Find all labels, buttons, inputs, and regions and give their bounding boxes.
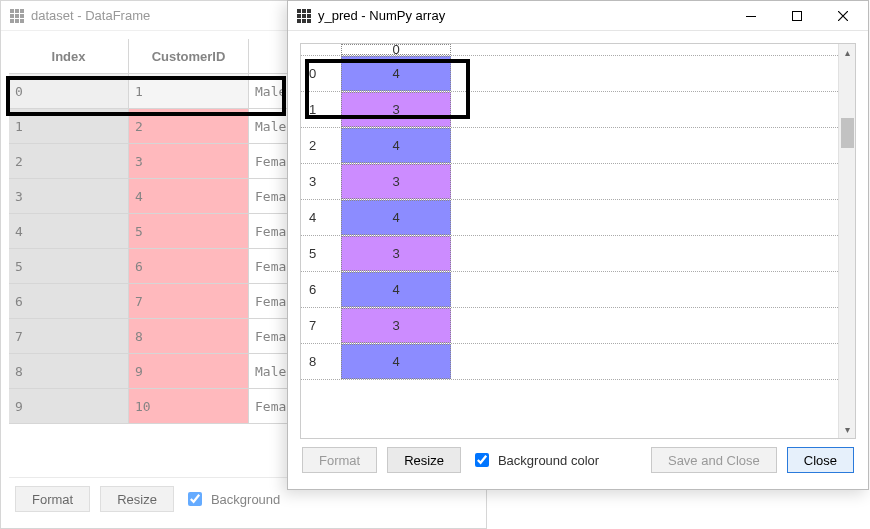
cell-customerid[interactable]: 8 xyxy=(129,319,249,353)
svg-rect-12 xyxy=(297,14,301,18)
cell-customerid[interactable]: 6 xyxy=(129,249,249,283)
cell-index[interactable]: 4 xyxy=(301,200,341,235)
cell-customerid[interactable]: 3 xyxy=(129,144,249,178)
svg-rect-1 xyxy=(15,9,19,13)
table-row[interactable]: 04 xyxy=(301,56,838,92)
save-and-close-button[interactable]: Save and Close xyxy=(651,447,777,473)
cell-index[interactable]: 2 xyxy=(9,144,129,178)
svg-rect-13 xyxy=(302,14,306,18)
svg-rect-3 xyxy=(10,14,14,18)
cell-index[interactable]: 0 xyxy=(301,56,341,91)
svg-rect-0 xyxy=(10,9,14,13)
cell-index[interactable]: 6 xyxy=(301,272,341,307)
scrollbar-thumb[interactable] xyxy=(841,118,854,148)
table-row[interactable]: 33 xyxy=(301,164,838,200)
close-button-footer[interactable]: Close xyxy=(787,447,854,473)
cell-index[interactable]: 9 xyxy=(9,389,129,423)
cell-value[interactable]: 3 xyxy=(341,236,451,271)
cell-customerid[interactable]: 4 xyxy=(129,179,249,213)
cell-index[interactable]: 1 xyxy=(301,92,341,127)
window-ypred: y_pred - NumPy array 0041324334453647384… xyxy=(287,0,869,490)
cell-index[interactable]: 1 xyxy=(9,109,129,143)
svg-rect-9 xyxy=(297,9,301,13)
bgcolor-label: Background color xyxy=(498,453,599,468)
table-row-partial: 0 xyxy=(301,44,838,56)
table-row[interactable]: 44 xyxy=(301,200,838,236)
close-button[interactable] xyxy=(820,1,866,30)
bgcolor-label: Background xyxy=(211,492,280,507)
svg-rect-5 xyxy=(20,14,24,18)
cell-index[interactable]: 3 xyxy=(301,164,341,199)
chevron-down-icon[interactable]: ▾ xyxy=(839,421,856,438)
cell-customerid[interactable]: 10 xyxy=(129,389,249,423)
col-header-customerid[interactable]: CustomerID xyxy=(129,39,249,73)
toolbar: Format Resize Background color Save and … xyxy=(296,439,860,481)
svg-rect-10 xyxy=(302,9,306,13)
cell-customerid[interactable]: 7 xyxy=(129,284,249,318)
cell-index[interactable]: 4 xyxy=(9,214,129,248)
table-row[interactable]: 53 xyxy=(301,236,838,272)
cell-index[interactable]: 2 xyxy=(301,128,341,163)
cell-value[interactable]: 4 xyxy=(341,272,451,307)
format-button[interactable]: Format xyxy=(302,447,377,473)
svg-rect-8 xyxy=(20,19,24,23)
svg-rect-11 xyxy=(307,9,311,13)
cell-value[interactable]: 4 xyxy=(341,128,451,163)
table-row[interactable]: 84 xyxy=(301,344,838,380)
resize-button[interactable]: Resize xyxy=(100,486,174,512)
window-controls xyxy=(728,1,866,30)
chevron-up-icon[interactable]: ▴ xyxy=(839,44,856,61)
cell-index[interactable]: 6 xyxy=(9,284,129,318)
svg-rect-18 xyxy=(746,16,756,17)
cell-index[interactable]: 5 xyxy=(301,236,341,271)
cell-value[interactable]: 3 xyxy=(341,308,451,343)
cell-customerid[interactable]: 5 xyxy=(129,214,249,248)
svg-rect-7 xyxy=(15,19,19,23)
cell-value[interactable]: 3 xyxy=(341,164,451,199)
cell-value[interactable]: 4 xyxy=(341,344,451,379)
table-row[interactable]: 73 xyxy=(301,308,838,344)
cell-value[interactable]: 3 xyxy=(341,92,451,127)
svg-rect-14 xyxy=(307,14,311,18)
window-title: y_pred - NumPy array xyxy=(318,8,722,23)
cell-index[interactable]: 5 xyxy=(9,249,129,283)
minimize-button[interactable] xyxy=(728,1,774,30)
bgcolor-checkbox[interactable]: Background color xyxy=(471,450,599,470)
bgcolor-checkbox-input[interactable] xyxy=(188,492,202,506)
cell-index[interactable]: 7 xyxy=(9,319,129,353)
numpy-array-view[interactable]: 0041324334453647384 ▴ ▾ xyxy=(300,43,856,439)
svg-rect-16 xyxy=(302,19,306,23)
cell-value[interactable]: 4 xyxy=(341,56,451,91)
svg-rect-19 xyxy=(793,11,802,20)
cell-customerid[interactable]: 9 xyxy=(129,354,249,388)
maximize-button[interactable] xyxy=(774,1,820,30)
svg-rect-2 xyxy=(20,9,24,13)
grid-icon xyxy=(9,8,25,24)
cell-index[interactable]: 8 xyxy=(9,354,129,388)
svg-rect-4 xyxy=(15,14,19,18)
table-row[interactable]: 64 xyxy=(301,272,838,308)
cell-index[interactable]: 8 xyxy=(301,344,341,379)
titlebar[interactable]: y_pred - NumPy array xyxy=(288,1,868,31)
cell-customerid[interactable]: 1 xyxy=(129,74,249,108)
resize-button[interactable]: Resize xyxy=(387,447,461,473)
cell-value[interactable]: 4 xyxy=(341,200,451,235)
scrollbar-vertical[interactable]: ▴ ▾ xyxy=(838,44,855,438)
svg-rect-15 xyxy=(297,19,301,23)
svg-rect-17 xyxy=(307,19,311,23)
window-body: 0041324334453647384 ▴ ▾ Format Resize Ba… xyxy=(288,31,868,489)
table-row[interactable]: 13 xyxy=(301,92,838,128)
cell-index[interactable]: 3 xyxy=(9,179,129,213)
col-header-index[interactable]: Index xyxy=(9,39,129,73)
svg-rect-6 xyxy=(10,19,14,23)
grid-icon xyxy=(296,8,312,24)
bgcolor-checkbox-input[interactable] xyxy=(475,453,489,467)
cell-index[interactable]: 7 xyxy=(301,308,341,343)
format-button[interactable]: Format xyxy=(15,486,90,512)
table-row[interactable]: 24 xyxy=(301,128,838,164)
cell-customerid[interactable]: 2 xyxy=(129,109,249,143)
cell-index[interactable]: 0 xyxy=(9,74,129,108)
bgcolor-checkbox[interactable]: Background xyxy=(184,489,280,509)
